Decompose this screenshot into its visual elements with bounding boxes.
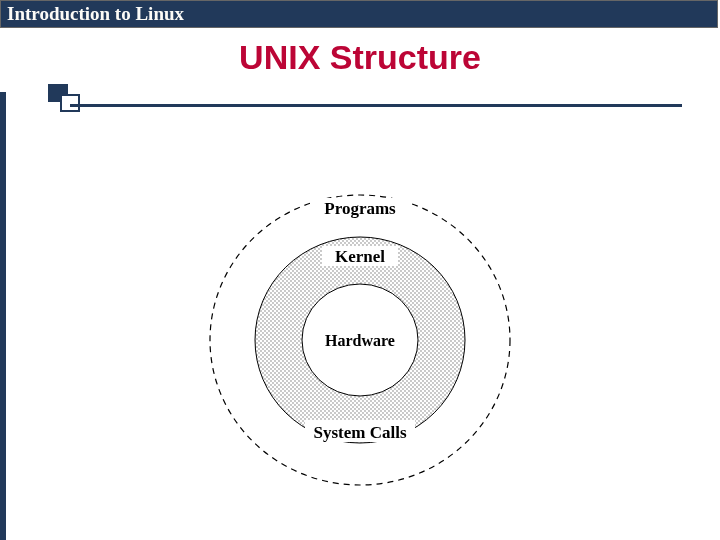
slide-title: UNIX Structure: [0, 38, 720, 77]
title-bullet-decoration: [48, 84, 92, 116]
label-system-calls: System Calls: [313, 423, 406, 442]
title-underline: [70, 104, 682, 107]
unix-structure-diagram: Programs Kernel Hardware System Calls: [200, 150, 520, 490]
label-kernel: Kernel: [335, 247, 385, 266]
label-programs: Programs: [324, 199, 396, 218]
slide-header-bar: Introduction to Linux: [0, 0, 718, 28]
label-hardware: Hardware: [325, 332, 395, 349]
deco-square-front: [60, 94, 80, 112]
left-edge-strip: [0, 92, 6, 540]
slide-header-title: Introduction to Linux: [7, 3, 184, 25]
